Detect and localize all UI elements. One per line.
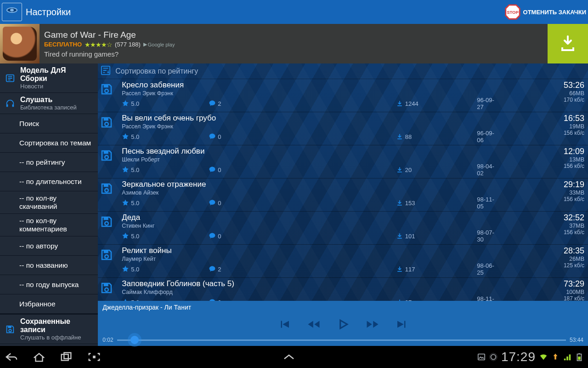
track-bitrate: 125 кб/с [502,262,584,276]
sidebar-item-subtitle: Новости [20,83,93,90]
track-duration: 32:52 [502,213,584,223]
track-size: 66MB [502,90,584,97]
stop-icon: STOP [504,3,521,21]
track-item[interactable]: Заповедник Гоблинов (часть 5)73:29Саймак… [98,278,588,301]
player-bar: Джеделла-призрак - Ли Танит 0:02 53:44 [98,301,588,346]
cancel-downloads-button[interactable]: STOP ОТМЕНИТЬ ЗАКАЧКИ [504,3,586,21]
recent-apps-button[interactable] [60,351,74,363]
sidebar-item[interactable]: Модель ДлЯ СборкиНовости [0,63,98,93]
track-size: 33MB [502,190,584,196]
head-icon [5,98,16,109]
expand-navbar-icon[interactable] [283,354,295,360]
svg-rect-24 [104,283,108,286]
track-item[interactable]: Реликт войны28:35Лаумер Кейт26MB5.021179… [98,245,588,278]
track-rating: 5.0 [122,100,147,107]
back-button[interactable] [5,351,18,363]
track-comments: 2 [209,100,293,107]
sidebar-item-title: Слушать [20,96,77,104]
track-date: 98-04-02 [477,163,499,177]
track-size: 37MB [502,223,584,229]
home-button[interactable] [32,351,46,363]
sidebar-item[interactable]: Сохраненные записиСлушать в оффлайне [0,315,98,344]
track-duration: 73:29 [502,279,584,289]
svg-point-19 [105,189,108,192]
sidebar-item-title: Сохраненные записи [20,317,93,334]
sidebar-item[interactable]: -- по рейтингу [0,153,98,172]
track-duration: 53:26 [502,80,584,90]
sidebar-item[interactable]: -- по кол-ву комментариев [0,214,98,236]
track-list: Кресло забвения53:26Рассел Эрик Фрэнк66M… [98,79,588,301]
track-rating: 5.0 [122,199,147,207]
track-downloads: 101 [396,232,434,240]
track-author: Стивен Кинг [122,223,499,229]
play-button[interactable] [336,317,350,331]
track-rating: 5.0 [122,232,147,240]
track-comments: 0 [209,232,293,240]
track-name: Реликт войны [122,246,499,256]
sidebar-item[interactable]: Избранное [0,294,98,314]
screenshot-button[interactable] [87,351,101,363]
svg-rect-5 [8,326,11,328]
sidebar-item[interactable]: -- по длительности [0,172,98,191]
system-navbar: 17:29 [0,346,588,368]
sidebar-item-title: -- по кол-ву скачиваний [19,194,93,211]
seek-thumb[interactable] [130,336,139,344]
skip-next-button[interactable] [395,317,409,331]
svg-rect-20 [104,217,108,220]
sidebar-item[interactable]: Сортировка по темам [0,133,98,153]
forward-button[interactable] [366,317,379,331]
track-author: Рассел Эрик Фрэнк [122,123,499,130]
rewind-button[interactable] [307,317,321,331]
svg-rect-35 [578,353,580,354]
sort-bar[interactable]: Сортировка по рейтингу [98,63,588,79]
ad-banner[interactable]: Game of War - Fire Age БЕСПЛАТНО ★★★★☆ (… [0,24,588,63]
sidebar-item[interactable]: -- по названию [0,256,98,275]
track-item[interactable]: Вы вели себя очень грубо16:53Рассел Эрик… [98,112,588,145]
sidebar-item[interactable]: -- по кол-ву скачиваний [0,191,98,214]
wifi-icon [539,353,548,361]
ad-download-button[interactable] [548,24,588,63]
floppy-icon [100,147,119,177]
app-logo: М.Д.С. [2,3,22,21]
track-author: Рассел Эрик Фрэнк [122,90,499,97]
track-duration: 12:09 [502,147,584,156]
track-comments: 0 [209,199,293,207]
track-item[interactable]: Зеркальное отражение29:19Азимов Айзек33M… [98,178,588,212]
track-date: 98-06-25 [477,262,499,276]
svg-rect-30 [93,356,96,358]
svg-point-15 [105,122,108,126]
track-item[interactable]: Песнь звездной любви12:09Шекли Роберт13M… [98,145,588,178]
svg-rect-22 [104,250,108,253]
track-author: Саймак Клиффорд [122,289,499,295]
track-rating: 5.0 [122,133,147,140]
track-bitrate: 156 кб/с [502,229,584,243]
svg-rect-31 [478,354,485,360]
seek-bar[interactable] [117,339,566,341]
track-date: 96-09-27 [477,97,499,110]
sidebar-item[interactable]: -- по году выпуска [0,275,98,294]
floppy-icon [100,246,119,276]
ad-title: Game of War - Fire Age [44,30,543,40]
sidebar-item[interactable]: СлушатьБиблиотека записей [0,93,98,114]
skip-prev-button[interactable] [277,317,291,331]
svg-point-25 [105,288,108,292]
svg-rect-14 [104,118,108,121]
sidebar-item[interactable]: -- по автору [0,236,98,256]
track-item[interactable]: Деда32:52Стивен Кинг37MB5.0010198-07-301… [98,212,588,245]
svg-point-23 [105,255,108,259]
track-rating: 5.0 [122,166,147,173]
track-name: Вы вели себя очень грубо [122,114,499,123]
track-size: 26MB [502,256,584,262]
sidebar-item[interactable]: Поиск [0,114,98,133]
svg-rect-18 [104,184,108,187]
sidebar-item-title: -- по автору [19,242,58,250]
svg-point-32 [491,355,496,360]
stop-label: ОТМЕНИТЬ ЗАКАЧКИ [523,9,586,16]
track-name: Заповедник Гоблинов (часть 5) [122,279,499,289]
track-item[interactable]: Кресло забвения53:26Рассел Эрик Фрэнк66M… [98,79,588,112]
svg-point-17 [105,155,108,159]
sidebar-item-title: -- по рейтингу [19,158,65,167]
svg-text:STOP: STOP [507,10,519,15]
track-bitrate: 156 кб/с [502,196,584,210]
ad-review-count: (577 188) [115,41,141,48]
